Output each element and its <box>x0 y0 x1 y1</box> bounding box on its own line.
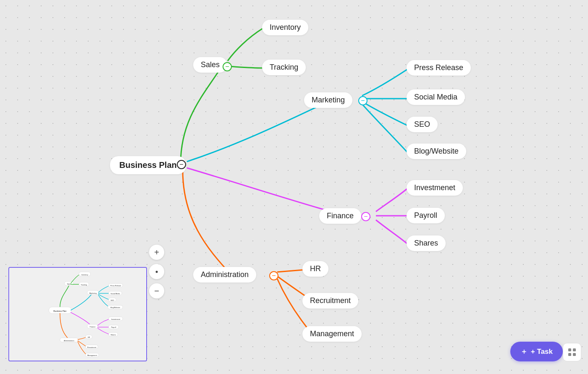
administration-label: Administration <box>201 270 249 279</box>
marketing-collapse-dot[interactable]: − <box>358 96 368 105</box>
inventory-label: Inventory <box>270 23 301 31</box>
apps-button[interactable] <box>563 343 581 361</box>
inventory-node[interactable]: Inventory <box>262 20 308 35</box>
finance-label: Finance <box>327 212 354 220</box>
recruitment-label: Recruitment <box>310 296 351 305</box>
svg-text:HR: HR <box>88 336 90 338</box>
svg-text:Business Plan: Business Plan <box>53 310 66 312</box>
management-node[interactable]: Management <box>302 326 362 342</box>
payroll-label: Payroll <box>414 211 437 220</box>
shares-node[interactable]: Shares <box>407 235 446 251</box>
hr-label: HR <box>310 264 321 273</box>
center-node[interactable]: Business Plan <box>110 156 186 174</box>
task-button-icon: ＋ <box>520 347 528 356</box>
svg-text:SEO: SEO <box>110 299 114 301</box>
center-label: Business Plan <box>119 160 177 170</box>
svg-rect-0 <box>10 268 146 361</box>
svg-text:Social Media: Social Media <box>110 293 120 295</box>
social-media-node[interactable]: Social Media <box>407 89 465 105</box>
svg-text:Inventory: Inventory <box>81 274 88 276</box>
investmenet-label: Investmenet <box>414 183 455 192</box>
hr-node[interactable]: HR <box>302 261 328 277</box>
zoom-out-button[interactable]: − <box>149 283 164 298</box>
minimap: Business Plan Sales Inventory Tracking M… <box>8 267 147 361</box>
svg-text:Finance: Finance <box>89 326 95 328</box>
press-release-node[interactable]: Press Release <box>407 60 471 76</box>
sales-collapse-dot[interactable]: − <box>223 62 232 71</box>
sales-label: Sales <box>201 60 220 69</box>
svg-text:Shares: Shares <box>110 334 116 336</box>
payroll-node[interactable]: Payroll <box>407 208 445 223</box>
blog-website-label: Blog/Website <box>414 147 459 155</box>
svg-rect-36 <box>573 348 576 351</box>
center-collapse-dot[interactable]: − <box>177 160 186 169</box>
blog-website-node[interactable]: Blog/Website <box>407 144 466 159</box>
svg-rect-38 <box>573 353 576 356</box>
svg-text:Blog/Website: Blog/Website <box>110 306 120 309</box>
administration-node[interactable]: Administration <box>193 267 256 282</box>
svg-text:Investmenet: Investmenet <box>111 318 121 320</box>
svg-text:Press Release: Press Release <box>110 285 121 287</box>
svg-text:Marketing: Marketing <box>89 292 97 294</box>
svg-text:Payroll: Payroll <box>111 326 116 328</box>
shares-label: Shares <box>414 239 438 247</box>
social-media-label: Social Media <box>414 93 457 101</box>
svg-text:Administration: Administration <box>64 340 74 342</box>
marketing-node[interactable]: Marketing <box>304 92 352 108</box>
zoom-controls: + ● − <box>149 245 164 298</box>
sales-node[interactable]: Sales <box>193 57 227 73</box>
finance-collapse-dot[interactable]: − <box>361 212 370 221</box>
task-button-label: + Task <box>531 348 553 356</box>
marketing-label: Marketing <box>312 96 345 104</box>
grid-icon <box>567 348 577 357</box>
tracking-label: Tracking <box>270 63 298 71</box>
svg-text:Management: Management <box>87 354 97 356</box>
recruitment-node[interactable]: Recruitment <box>302 293 358 309</box>
press-release-label: Press Release <box>414 63 463 72</box>
task-button[interactable]: ＋ + Task <box>510 342 563 361</box>
tracking-node[interactable]: Tracking <box>262 60 306 75</box>
administration-collapse-dot[interactable]: − <box>269 271 278 280</box>
zoom-in-button[interactable]: + <box>149 245 164 260</box>
investmenet-node[interactable]: Investmenet <box>407 180 463 196</box>
svg-text:Tracking: Tracking <box>81 284 87 286</box>
seo-node[interactable]: SEO <box>407 117 438 132</box>
seo-label: SEO <box>414 120 430 128</box>
management-label: Management <box>310 330 354 338</box>
svg-text:Recruitment: Recruitment <box>87 346 97 348</box>
finance-node[interactable]: Finance <box>319 208 361 224</box>
svg-text:Sales: Sales <box>67 283 71 285</box>
svg-rect-35 <box>568 348 571 351</box>
zoom-reset-button[interactable]: ● <box>149 264 164 279</box>
svg-rect-37 <box>568 353 571 356</box>
